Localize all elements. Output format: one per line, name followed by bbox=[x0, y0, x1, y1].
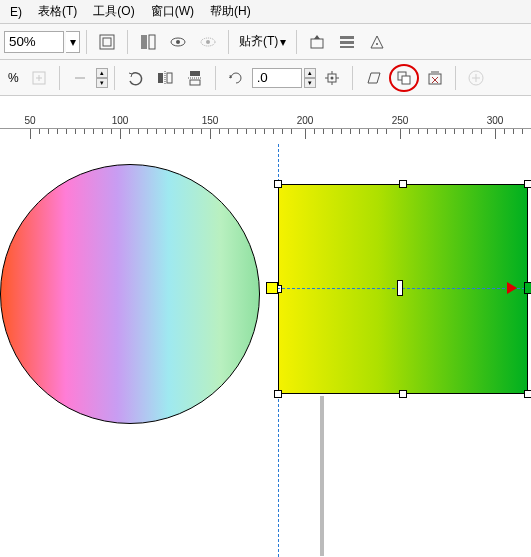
ruler-tick bbox=[495, 129, 496, 139]
ruler-tick bbox=[400, 129, 401, 139]
copy-properties-icon[interactable] bbox=[393, 67, 415, 89]
ruler-tick bbox=[147, 129, 148, 134]
ruler-tick bbox=[57, 129, 58, 134]
ruler-tick bbox=[120, 129, 121, 139]
rotate-icon[interactable] bbox=[222, 64, 250, 92]
canvas-area[interactable]: 50100150200250300 bbox=[0, 96, 531, 557]
svg-point-7 bbox=[206, 40, 210, 44]
ruler-tick bbox=[75, 129, 76, 134]
ruler-tick bbox=[463, 129, 464, 134]
add-box-icon bbox=[25, 64, 53, 92]
svg-rect-9 bbox=[340, 36, 354, 39]
ruler-tick bbox=[39, 129, 40, 134]
ruler-tick bbox=[174, 129, 175, 134]
options-icon[interactable] bbox=[333, 28, 361, 56]
fullscreen-icon[interactable] bbox=[93, 28, 121, 56]
add-icon bbox=[462, 64, 490, 92]
svg-rect-15 bbox=[167, 73, 172, 83]
selection-handle[interactable] bbox=[274, 390, 282, 398]
caret-up-icon[interactable]: ▴ bbox=[96, 68, 108, 78]
ruler-tick bbox=[84, 129, 85, 134]
mirror-h-icon[interactable] bbox=[151, 64, 179, 92]
ruler-tick bbox=[386, 129, 387, 134]
zoom-dropdown-icon[interactable]: ▾ bbox=[66, 31, 80, 53]
svg-rect-22 bbox=[429, 74, 441, 84]
dash-icon bbox=[66, 64, 94, 92]
separator bbox=[228, 30, 229, 54]
caret-down-icon[interactable]: ▾ bbox=[96, 78, 108, 88]
separator bbox=[215, 66, 216, 90]
rectangle-shape[interactable] bbox=[278, 184, 528, 394]
selection-handle[interactable] bbox=[274, 180, 282, 188]
menu-item-help[interactable]: 帮助(H) bbox=[202, 1, 259, 22]
gradient-mid-handle[interactable] bbox=[397, 280, 403, 296]
ruler-label: 150 bbox=[202, 115, 219, 126]
selection-handle[interactable] bbox=[524, 180, 531, 188]
ruler-tick bbox=[165, 129, 166, 134]
undo-icon[interactable] bbox=[121, 64, 149, 92]
selection-handle[interactable] bbox=[524, 390, 531, 398]
ruler-tick bbox=[513, 129, 514, 134]
publish-icon[interactable] bbox=[303, 28, 331, 56]
menu-item-e[interactable]: E) bbox=[2, 3, 30, 21]
ruler-tick bbox=[66, 129, 67, 134]
percent-label: % bbox=[4, 71, 23, 85]
ruler-tick bbox=[273, 129, 274, 134]
ruler-tick bbox=[332, 129, 333, 134]
ruler-tick bbox=[377, 129, 378, 134]
svg-point-19 bbox=[330, 76, 333, 79]
ruler-tick bbox=[138, 129, 139, 134]
workspace-icon[interactable] bbox=[134, 28, 162, 56]
rotation-stepper[interactable]: ▴▾ bbox=[304, 68, 316, 88]
zoom-input[interactable] bbox=[4, 31, 64, 53]
ruler-tick bbox=[219, 129, 220, 134]
align-center-icon[interactable] bbox=[318, 64, 346, 92]
gradient-end-handle[interactable] bbox=[524, 282, 531, 294]
ruler-tick bbox=[192, 129, 193, 134]
mirror-v-icon[interactable] bbox=[181, 64, 209, 92]
ruler-tick bbox=[282, 129, 283, 134]
ruler-tick bbox=[291, 129, 292, 134]
ruler-tick bbox=[228, 129, 229, 134]
toolbar-1: ▾ 贴齐(T) ▾ bbox=[0, 24, 531, 60]
clear-transform-icon[interactable] bbox=[421, 64, 449, 92]
launch-icon[interactable] bbox=[363, 28, 391, 56]
svg-rect-16 bbox=[190, 71, 200, 76]
snap-dropdown[interactable]: 贴齐(T) ▾ bbox=[235, 33, 290, 50]
stepper[interactable]: ▴▾ bbox=[96, 68, 108, 88]
gradient-start-handle[interactable] bbox=[266, 282, 278, 294]
skew-icon[interactable] bbox=[359, 64, 387, 92]
ruler-tick bbox=[504, 129, 505, 134]
menu-item-table[interactable]: 表格(T) bbox=[30, 1, 85, 22]
svg-rect-17 bbox=[190, 80, 200, 85]
preview-icon[interactable] bbox=[164, 28, 192, 56]
svg-rect-10 bbox=[340, 41, 354, 44]
rotation-input[interactable] bbox=[252, 68, 302, 88]
ruler-label: 200 bbox=[297, 115, 314, 126]
separator bbox=[296, 30, 297, 54]
ruler-tick bbox=[201, 129, 202, 134]
caret-up-icon[interactable]: ▴ bbox=[304, 68, 316, 78]
separator bbox=[59, 66, 60, 90]
menu-item-tools[interactable]: 工具(O) bbox=[85, 1, 142, 22]
ruler-tick bbox=[237, 129, 238, 134]
selection-handle[interactable] bbox=[399, 390, 407, 398]
menu-item-window[interactable]: 窗口(W) bbox=[143, 1, 202, 22]
ruler-tick bbox=[323, 129, 324, 134]
ruler-tick bbox=[129, 129, 130, 134]
stray-line[interactable] bbox=[320, 396, 324, 556]
ruler-tick bbox=[314, 129, 315, 134]
ruler-tick bbox=[183, 129, 184, 134]
ruler-tick bbox=[436, 129, 437, 134]
circle-shape[interactable] bbox=[0, 164, 260, 424]
separator bbox=[114, 66, 115, 90]
ruler-tick bbox=[418, 129, 419, 134]
ruler-label: 100 bbox=[112, 115, 129, 126]
selection-handle[interactable] bbox=[399, 180, 407, 188]
gradient-direction-arrow-icon bbox=[507, 282, 517, 294]
dim-preview-icon[interactable] bbox=[194, 28, 222, 56]
ruler-tick bbox=[350, 129, 351, 134]
caret-down-icon[interactable]: ▾ bbox=[304, 78, 316, 88]
ruler-label: 300 bbox=[487, 115, 504, 126]
ruler-tick bbox=[427, 129, 428, 134]
